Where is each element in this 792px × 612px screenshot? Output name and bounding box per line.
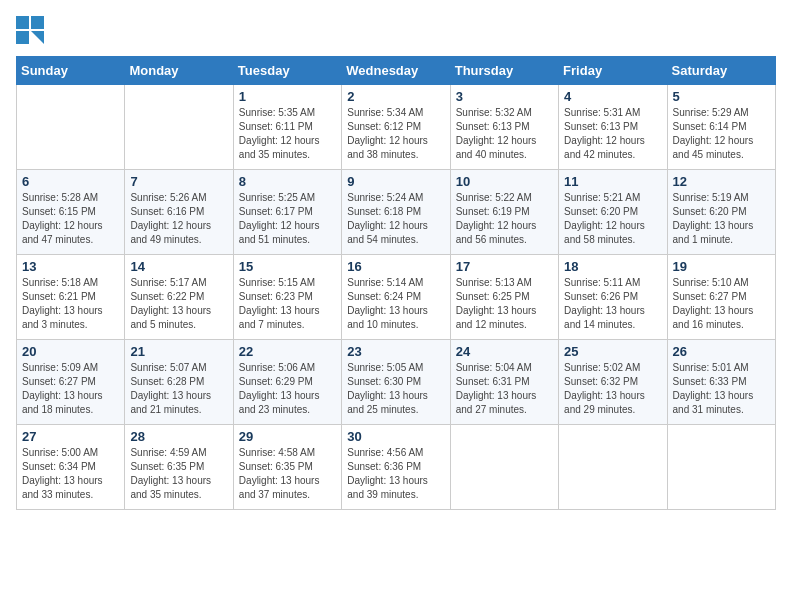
day-cell-4: 4Sunrise: 5:31 AM Sunset: 6:13 PM Daylig… bbox=[559, 85, 667, 170]
day-cell-27: 27Sunrise: 5:00 AM Sunset: 6:34 PM Dayli… bbox=[17, 425, 125, 510]
day-cell-5: 5Sunrise: 5:29 AM Sunset: 6:14 PM Daylig… bbox=[667, 85, 775, 170]
day-info: Sunrise: 5:28 AM Sunset: 6:15 PM Dayligh… bbox=[22, 191, 119, 247]
day-info: Sunrise: 5:11 AM Sunset: 6:26 PM Dayligh… bbox=[564, 276, 661, 332]
day-info: Sunrise: 5:06 AM Sunset: 6:29 PM Dayligh… bbox=[239, 361, 336, 417]
day-cell-11: 11Sunrise: 5:21 AM Sunset: 6:20 PM Dayli… bbox=[559, 170, 667, 255]
day-info: Sunrise: 5:15 AM Sunset: 6:23 PM Dayligh… bbox=[239, 276, 336, 332]
day-number: 1 bbox=[239, 89, 336, 104]
day-number: 26 bbox=[673, 344, 770, 359]
day-number: 15 bbox=[239, 259, 336, 274]
day-number: 20 bbox=[22, 344, 119, 359]
day-info: Sunrise: 5:21 AM Sunset: 6:20 PM Dayligh… bbox=[564, 191, 661, 247]
day-info: Sunrise: 5:29 AM Sunset: 6:14 PM Dayligh… bbox=[673, 106, 770, 162]
day-info: Sunrise: 5:01 AM Sunset: 6:33 PM Dayligh… bbox=[673, 361, 770, 417]
day-info: Sunrise: 5:26 AM Sunset: 6:16 PM Dayligh… bbox=[130, 191, 227, 247]
day-info: Sunrise: 5:17 AM Sunset: 6:22 PM Dayligh… bbox=[130, 276, 227, 332]
day-number: 16 bbox=[347, 259, 444, 274]
day-info: Sunrise: 5:18 AM Sunset: 6:21 PM Dayligh… bbox=[22, 276, 119, 332]
day-info: Sunrise: 5:10 AM Sunset: 6:27 PM Dayligh… bbox=[673, 276, 770, 332]
day-number: 29 bbox=[239, 429, 336, 444]
weekday-header-row: SundayMondayTuesdayWednesdayThursdayFrid… bbox=[17, 57, 776, 85]
day-cell-10: 10Sunrise: 5:22 AM Sunset: 6:19 PM Dayli… bbox=[450, 170, 558, 255]
logo-icon bbox=[16, 16, 44, 44]
weekday-header-thursday: Thursday bbox=[450, 57, 558, 85]
day-number: 18 bbox=[564, 259, 661, 274]
svg-rect-1 bbox=[31, 16, 44, 29]
day-cell-16: 16Sunrise: 5:14 AM Sunset: 6:24 PM Dayli… bbox=[342, 255, 450, 340]
day-info: Sunrise: 5:19 AM Sunset: 6:20 PM Dayligh… bbox=[673, 191, 770, 247]
day-number: 2 bbox=[347, 89, 444, 104]
day-cell-12: 12Sunrise: 5:19 AM Sunset: 6:20 PM Dayli… bbox=[667, 170, 775, 255]
day-cell-17: 17Sunrise: 5:13 AM Sunset: 6:25 PM Dayli… bbox=[450, 255, 558, 340]
weekday-header-friday: Friday bbox=[559, 57, 667, 85]
day-number: 24 bbox=[456, 344, 553, 359]
day-number: 10 bbox=[456, 174, 553, 189]
day-info: Sunrise: 5:35 AM Sunset: 6:11 PM Dayligh… bbox=[239, 106, 336, 162]
day-info: Sunrise: 5:09 AM Sunset: 6:27 PM Dayligh… bbox=[22, 361, 119, 417]
day-cell-29: 29Sunrise: 4:58 AM Sunset: 6:35 PM Dayli… bbox=[233, 425, 341, 510]
svg-rect-2 bbox=[16, 31, 29, 44]
day-cell-28: 28Sunrise: 4:59 AM Sunset: 6:35 PM Dayli… bbox=[125, 425, 233, 510]
day-info: Sunrise: 5:13 AM Sunset: 6:25 PM Dayligh… bbox=[456, 276, 553, 332]
day-cell-6: 6Sunrise: 5:28 AM Sunset: 6:15 PM Daylig… bbox=[17, 170, 125, 255]
day-cell-22: 22Sunrise: 5:06 AM Sunset: 6:29 PM Dayli… bbox=[233, 340, 341, 425]
day-number: 14 bbox=[130, 259, 227, 274]
day-number: 23 bbox=[347, 344, 444, 359]
day-number: 11 bbox=[564, 174, 661, 189]
week-row-4: 20Sunrise: 5:09 AM Sunset: 6:27 PM Dayli… bbox=[17, 340, 776, 425]
day-cell-24: 24Sunrise: 5:04 AM Sunset: 6:31 PM Dayli… bbox=[450, 340, 558, 425]
day-cell-13: 13Sunrise: 5:18 AM Sunset: 6:21 PM Dayli… bbox=[17, 255, 125, 340]
empty-cell bbox=[667, 425, 775, 510]
day-number: 25 bbox=[564, 344, 661, 359]
calendar-table: SundayMondayTuesdayWednesdayThursdayFrid… bbox=[16, 56, 776, 510]
day-number: 19 bbox=[673, 259, 770, 274]
day-info: Sunrise: 5:04 AM Sunset: 6:31 PM Dayligh… bbox=[456, 361, 553, 417]
day-info: Sunrise: 5:24 AM Sunset: 6:18 PM Dayligh… bbox=[347, 191, 444, 247]
day-cell-23: 23Sunrise: 5:05 AM Sunset: 6:30 PM Dayli… bbox=[342, 340, 450, 425]
day-number: 17 bbox=[456, 259, 553, 274]
day-cell-20: 20Sunrise: 5:09 AM Sunset: 6:27 PM Dayli… bbox=[17, 340, 125, 425]
day-number: 22 bbox=[239, 344, 336, 359]
weekday-header-tuesday: Tuesday bbox=[233, 57, 341, 85]
weekday-header-wednesday: Wednesday bbox=[342, 57, 450, 85]
day-number: 13 bbox=[22, 259, 119, 274]
day-info: Sunrise: 5:25 AM Sunset: 6:17 PM Dayligh… bbox=[239, 191, 336, 247]
day-cell-19: 19Sunrise: 5:10 AM Sunset: 6:27 PM Dayli… bbox=[667, 255, 775, 340]
day-number: 28 bbox=[130, 429, 227, 444]
day-cell-1: 1Sunrise: 5:35 AM Sunset: 6:11 PM Daylig… bbox=[233, 85, 341, 170]
day-cell-7: 7Sunrise: 5:26 AM Sunset: 6:16 PM Daylig… bbox=[125, 170, 233, 255]
day-cell-26: 26Sunrise: 5:01 AM Sunset: 6:33 PM Dayli… bbox=[667, 340, 775, 425]
day-number: 27 bbox=[22, 429, 119, 444]
day-cell-14: 14Sunrise: 5:17 AM Sunset: 6:22 PM Dayli… bbox=[125, 255, 233, 340]
week-row-2: 6Sunrise: 5:28 AM Sunset: 6:15 PM Daylig… bbox=[17, 170, 776, 255]
week-row-3: 13Sunrise: 5:18 AM Sunset: 6:21 PM Dayli… bbox=[17, 255, 776, 340]
day-info: Sunrise: 5:22 AM Sunset: 6:19 PM Dayligh… bbox=[456, 191, 553, 247]
day-cell-18: 18Sunrise: 5:11 AM Sunset: 6:26 PM Dayli… bbox=[559, 255, 667, 340]
day-info: Sunrise: 5:14 AM Sunset: 6:24 PM Dayligh… bbox=[347, 276, 444, 332]
day-cell-15: 15Sunrise: 5:15 AM Sunset: 6:23 PM Dayli… bbox=[233, 255, 341, 340]
day-info: Sunrise: 4:58 AM Sunset: 6:35 PM Dayligh… bbox=[239, 446, 336, 502]
day-info: Sunrise: 5:07 AM Sunset: 6:28 PM Dayligh… bbox=[130, 361, 227, 417]
day-info: Sunrise: 5:31 AM Sunset: 6:13 PM Dayligh… bbox=[564, 106, 661, 162]
day-info: Sunrise: 5:02 AM Sunset: 6:32 PM Dayligh… bbox=[564, 361, 661, 417]
day-number: 7 bbox=[130, 174, 227, 189]
day-info: Sunrise: 5:32 AM Sunset: 6:13 PM Dayligh… bbox=[456, 106, 553, 162]
weekday-header-sunday: Sunday bbox=[17, 57, 125, 85]
day-cell-30: 30Sunrise: 4:56 AM Sunset: 6:36 PM Dayli… bbox=[342, 425, 450, 510]
day-number: 3 bbox=[456, 89, 553, 104]
day-info: Sunrise: 5:05 AM Sunset: 6:30 PM Dayligh… bbox=[347, 361, 444, 417]
day-cell-2: 2Sunrise: 5:34 AM Sunset: 6:12 PM Daylig… bbox=[342, 85, 450, 170]
day-cell-3: 3Sunrise: 5:32 AM Sunset: 6:13 PM Daylig… bbox=[450, 85, 558, 170]
svg-rect-0 bbox=[16, 16, 29, 29]
weekday-header-saturday: Saturday bbox=[667, 57, 775, 85]
svg-marker-3 bbox=[31, 31, 44, 44]
empty-cell bbox=[17, 85, 125, 170]
day-number: 30 bbox=[347, 429, 444, 444]
day-number: 4 bbox=[564, 89, 661, 104]
day-info: Sunrise: 4:56 AM Sunset: 6:36 PM Dayligh… bbox=[347, 446, 444, 502]
day-cell-25: 25Sunrise: 5:02 AM Sunset: 6:32 PM Dayli… bbox=[559, 340, 667, 425]
page-header bbox=[16, 16, 776, 44]
empty-cell bbox=[450, 425, 558, 510]
empty-cell bbox=[125, 85, 233, 170]
day-number: 12 bbox=[673, 174, 770, 189]
